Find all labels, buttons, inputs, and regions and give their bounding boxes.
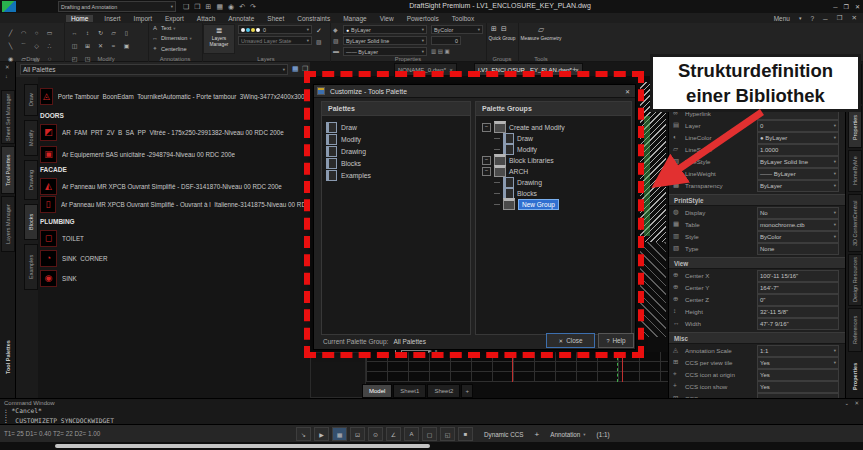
trim-tool-icon[interactable]: ▯ xyxy=(120,28,133,38)
panel-options-icon[interactable]: ❐ xyxy=(302,65,308,73)
print-icon[interactable]: ◉ xyxy=(228,3,234,11)
palette-tab-blocks[interactable]: Blocks xyxy=(24,204,38,240)
restore-button[interactable]: ❐ xyxy=(844,3,849,10)
block-list-item[interactable]: ◭ Ar Panneau MR XPCB Ouvrant Simplifié -… xyxy=(40,176,308,196)
move-tool-icon[interactable]: ↔ xyxy=(68,28,81,38)
line-tool-icon[interactable]: ╱ xyxy=(4,28,17,38)
line-style-select[interactable]: ByLayer Solid line ▾ xyxy=(343,36,427,45)
sheet-tab-model[interactable]: Model xyxy=(362,384,392,398)
delete-tool-icon[interactable]: ✕ xyxy=(94,41,107,51)
ellipse-tool-icon[interactable]: ◇ xyxy=(30,41,43,51)
pin-icon[interactable]: ↓ xyxy=(5,73,8,79)
add-scale-button[interactable]: + xyxy=(535,430,540,439)
ortho-toggle-icon[interactable]: ⊡ xyxy=(350,427,365,441)
close-button[interactable]: ✕ xyxy=(855,3,860,10)
close-icon[interactable]: ✕ xyxy=(625,88,630,95)
block-list-item[interactable]: ◬ Porte Tambour_BoonEdam_TourniketAutoma… xyxy=(40,86,308,106)
tab-view[interactable]: View xyxy=(378,15,396,22)
polyline-tool-icon[interactable]: ╲ xyxy=(4,41,17,51)
collapse-expander-icon[interactable]: − xyxy=(482,156,491,165)
new-group-name-input[interactable]: New Group xyxy=(518,199,559,210)
close-dialog-button[interactable]: ✕ Close xyxy=(546,333,595,348)
tree-palette-modify[interactable]: Modify xyxy=(494,144,537,154)
tab-home[interactable]: Home xyxy=(66,15,93,22)
collapse-expander-icon[interactable]: − xyxy=(482,123,491,132)
tree-group-create-and-modify[interactable]: − Create and Modify xyxy=(482,122,565,132)
frame-toggle-icon[interactable]: ▢ xyxy=(422,427,437,441)
pointer-snap-icon[interactable]: ↘ xyxy=(296,427,311,441)
list-section-header[interactable]: DOORS xyxy=(40,110,64,121)
side-tab-properties[interactable]: Properties xyxy=(848,106,862,148)
close-icon[interactable]: ✕ xyxy=(5,64,10,70)
workspace-toggle-icon[interactable]: ◱ xyxy=(440,427,455,441)
side-tab-references[interactable]: References xyxy=(848,308,862,352)
tab-powertools[interactable]: Powertools xyxy=(405,15,441,22)
palette-tab-drawing[interactable]: Drawing xyxy=(24,160,38,200)
block-list-item[interactable]: ◻ TOILET xyxy=(40,228,308,248)
mirror-tool-icon[interactable]: ◫ xyxy=(68,41,81,51)
tab-import[interactable]: Import xyxy=(132,15,154,22)
line-weight-select[interactable]: —— ByLayer ▾ xyxy=(343,47,427,56)
layer-tools-icon[interactable]: ▨ xyxy=(316,38,322,45)
cursor-mode-icon[interactable]: ▶ xyxy=(314,427,329,441)
transparency-field[interactable]: 0 xyxy=(431,36,461,45)
side-tab-sheet-set-manager[interactable]: Sheet Set Manager xyxy=(1,90,15,144)
layers-manager-button[interactable]: ≣ Layers Manager xyxy=(203,24,235,54)
scale-tool-icon[interactable]: ▱ xyxy=(107,28,120,38)
palette-item-blocks[interactable]: Blocks xyxy=(326,158,361,168)
annotation-visibility-icon[interactable]: A xyxy=(404,427,419,441)
rotate-tool-icon[interactable]: ↻ xyxy=(94,28,107,38)
tree-palette-blocks[interactable]: Blocks xyxy=(494,188,537,198)
entity-snap-icon[interactable]: ⊙ xyxy=(368,427,383,441)
palette-tab-examples[interactable]: Examples xyxy=(24,244,38,290)
new-file-icon[interactable]: ❏ xyxy=(183,3,189,11)
dock-options-icon[interactable]: ⌄ xyxy=(844,400,849,406)
add-sheet-button[interactable]: + xyxy=(461,384,473,398)
point-tool-icon[interactable]: ∴ xyxy=(43,41,56,51)
minimize-button[interactable]: ─ xyxy=(833,4,837,10)
sheet-tab-sheet1[interactable]: Sheet1 xyxy=(393,384,426,398)
dimension-button[interactable]: Dimension xyxy=(161,35,187,41)
redo-icon[interactable]: ↷ xyxy=(250,3,256,11)
workspace-selector[interactable]: Drafting and Annotation ▾ xyxy=(58,1,176,12)
print-color-select[interactable]: ByColor ▾ xyxy=(431,25,483,34)
block-list-item[interactable]: ▯ Ar Panneau MR XPCB Ouvrant Simplifié -… xyxy=(40,194,308,214)
new-doc-tab-button[interactable]: + xyxy=(568,63,581,76)
collapse-expander-icon[interactable]: − xyxy=(482,167,491,176)
group-edit-icon[interactable]: ⊟ xyxy=(501,25,507,33)
palette-tab-draw[interactable]: Draw xyxy=(24,84,38,116)
minimize-ribbon-button[interactable]: ─ xyxy=(821,15,830,22)
help-dialog-button[interactable]: ? Help xyxy=(598,333,634,348)
tree-palette-drawing[interactable]: Drawing xyxy=(494,177,542,187)
linestyle-icon[interactable]: ▨ xyxy=(333,37,339,44)
dynamic-ccs-button[interactable]: Dynamic CCS xyxy=(484,431,524,438)
circle-tool-icon[interactable]: ○ xyxy=(30,28,43,38)
tab-manage[interactable]: Manage xyxy=(341,15,369,22)
chevron-down-icon[interactable]: ▾ xyxy=(173,26,175,31)
tab-annotate[interactable]: Annotate xyxy=(226,15,256,22)
block-list-item[interactable]: ◔ SINK_CORNER xyxy=(40,248,308,268)
color-picker-icon[interactable]: ◆ xyxy=(333,26,338,33)
pattern-tool-icon[interactable]: ⊞ xyxy=(81,41,94,51)
help-button[interactable]: ? xyxy=(808,15,816,22)
close-icon[interactable]: ✕ xyxy=(449,67,453,73)
fill-toggle-icon[interactable]: ■ xyxy=(458,427,473,441)
rectangle-tool-icon[interactable]: ▭ xyxy=(43,28,56,38)
side-tab-layers-manager[interactable]: Layers Manager xyxy=(1,196,15,252)
line-color-select[interactable]: ● ByLayer ▾ xyxy=(343,25,427,34)
side-tab-homebyme[interactable]: HomeByMe xyxy=(848,150,862,192)
palette-item-draw[interactable]: Draw xyxy=(326,122,357,132)
side-tab-3dcontentcentral[interactable]: 3D ContentCentral xyxy=(848,194,862,252)
tree-group-block-libraries[interactable]: − Block Libraries xyxy=(482,155,554,165)
group-create-icon[interactable]: ⊞ xyxy=(491,25,497,33)
polar-toggle-icon[interactable]: ∠ xyxy=(386,427,401,441)
list-section-header[interactable]: PLUMBING xyxy=(40,216,75,227)
block-list-item[interactable]: ◉ SINK xyxy=(40,268,308,288)
measure-geometry-button[interactable]: Measure Geometry xyxy=(518,36,564,42)
text-button[interactable]: Text xyxy=(161,25,171,31)
palette-tab-modify[interactable]: Modify xyxy=(24,120,38,156)
property-mini-icons[interactable]: ▥ ▤ ▣ xyxy=(431,48,450,54)
horizontal-scrollbar[interactable] xyxy=(55,444,430,448)
tree-new-group-editing[interactable]: New Group xyxy=(494,199,559,209)
annotation-scale-select[interactable]: Annotation xyxy=(550,431,580,438)
